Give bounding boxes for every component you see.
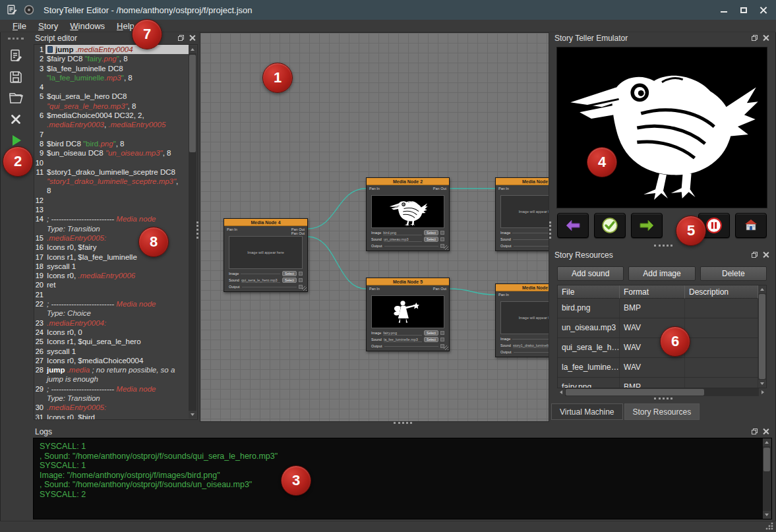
title-bar[interactable]: StoryTeller Editor - /home/anthony/ostpr… — [0, 0, 776, 20]
dock-float-button[interactable] — [751, 34, 758, 42]
code-line[interactable]: 7 — [34, 130, 197, 139]
script-editor[interactable]: 1jump .mediaEntry00042$fairy DC8 "fairy.… — [34, 44, 198, 420]
column-header-file[interactable]: File — [558, 285, 620, 299]
code-line[interactable]: 3$la_fee_luminelle DC8 — [34, 64, 197, 73]
code-line[interactable]: 15.mediaEntry0005: — [34, 233, 197, 243]
node-more-button[interactable] — [440, 331, 444, 335]
media-node[interactable]: Media Node 6Pan InPan OutImage will appe… — [495, 283, 549, 357]
dock-close-button[interactable] — [762, 428, 769, 435]
table-row[interactable]: fairy.pngBMP — [558, 378, 758, 388]
scroll-left-arrow[interactable] — [557, 388, 565, 396]
close-project-button[interactable] — [5, 109, 26, 129]
node-more-button[interactable] — [440, 338, 444, 341]
code-line[interactable]: 11$story1_drako_luminelle_sceptre DC8 — [34, 167, 197, 177]
save-button[interactable] — [5, 67, 26, 87]
resources-dock-title[interactable]: Story Resources — [551, 249, 773, 260]
code-line[interactable]: 24Icons r0, 0 — [34, 328, 197, 337]
node-resize-grip[interactable] — [444, 345, 448, 350]
node-canvas[interactable]: Media Node 4Pan InPan OutPan OutImage wi… — [200, 32, 549, 422]
code-line[interactable]: 8 — [34, 186, 197, 195]
node-select-button[interactable]: Select — [282, 278, 297, 283]
scroll-up-arrow[interactable] — [758, 285, 766, 293]
code-line[interactable]: 4 — [34, 82, 197, 92]
code-line[interactable]: .mediaEntry0003, .mediaEntry0005 — [34, 120, 197, 129]
splitter-handle-resources[interactable] — [654, 398, 672, 399]
code-line[interactable]: Type: Transition — [34, 224, 197, 233]
media-node[interactable]: Media Node 4Pan InPan OutPan OutImage wi… — [224, 218, 308, 292]
pan-in-pin[interactable]: Pan In — [498, 293, 509, 297]
node-more-button[interactable] — [299, 272, 303, 276]
column-header-format[interactable]: Format — [620, 285, 685, 299]
code-line[interactable]: 26syscall 1 — [34, 347, 197, 356]
table-scrollbar[interactable] — [758, 285, 766, 388]
dock-float-button[interactable] — [751, 428, 758, 435]
code-line[interactable]: "story1_drako_luminelle_sceptre.mp3", — [34, 177, 197, 186]
code-line[interactable]: 18syscall 1 — [34, 262, 197, 271]
scroll-right-arrow[interactable] — [759, 388, 767, 396]
node-select-button[interactable]: Select — [282, 271, 297, 276]
open-button[interactable] — [5, 88, 26, 108]
table-row[interactable]: un_oiseau.mp3WAV — [558, 318, 758, 338]
code-line[interactable]: 8$bird DC8 "bird.png", 8 — [34, 139, 197, 148]
dock-float-button[interactable] — [751, 251, 758, 258]
media-node[interactable]: Media Node 2Pan InPan Out Imagebird.pngS… — [366, 177, 450, 251]
emulator-home-button[interactable] — [735, 213, 767, 238]
code-line[interactable]: 21 — [34, 290, 197, 299]
pan-out-pin[interactable]: Pan Out — [291, 231, 305, 235]
node-select-button[interactable]: Select — [424, 237, 438, 242]
code-line[interactable]: "qui_sera_le_hero.mp3", 8 — [34, 102, 197, 111]
delete-button[interactable]: Delete — [700, 266, 767, 281]
column-header-description[interactable]: Description — [685, 285, 758, 299]
logs-scrollbar[interactable] — [763, 438, 771, 519]
toolbar-handle[interactable] — [8, 38, 24, 40]
resize-grip[interactable] — [765, 522, 773, 530]
add-sound-button[interactable]: Add sound — [557, 266, 624, 281]
table-row[interactable]: bird.pngBMP — [558, 299, 758, 318]
node-resize-grip[interactable] — [302, 286, 307, 291]
code-line[interactable]: 2$fairy DC8 "fairy.png", 8 — [34, 54, 197, 63]
add-image-button[interactable]: Add image — [628, 266, 695, 281]
editor-scrollbar-thumb[interactable] — [189, 55, 196, 152]
node-more-button[interactable] — [440, 231, 444, 235]
scroll-down-arrow[interactable] — [758, 380, 766, 388]
code-line[interactable]: 20ret — [34, 280, 197, 289]
tab-virtual-machine[interactable]: Virtual Machine — [551, 403, 623, 420]
pan-in-pin[interactable]: Pan In — [369, 187, 380, 191]
script-editor-dock-title[interactable]: Script editor — [32, 32, 199, 44]
node-select-button[interactable]: Select — [424, 230, 438, 235]
code-line[interactable]: 19Icons r0, .mediaEntry0006 — [34, 271, 197, 280]
code-line[interactable]: 16Icons r0, $fairy — [34, 243, 197, 252]
dock-float-button[interactable] — [177, 34, 185, 42]
splitter-handle-bottom[interactable] — [394, 422, 412, 424]
table-row[interactable]: la_fee_lumine…WAV — [558, 358, 758, 378]
minimize-button[interactable] — [714, 3, 734, 17]
node-resize-grip[interactable] — [444, 245, 448, 250]
table-scrollbar-thumb[interactable] — [759, 294, 765, 379]
scroll-up-arrow[interactable] — [763, 438, 771, 446]
maximize-button[interactable] — [734, 3, 754, 17]
media-node[interactable]: Media Node 3Pan InPan OutImage will appe… — [495, 177, 549, 251]
code-line[interactable]: 12 — [34, 196, 197, 205]
logs-scrollbar-thumb[interactable] — [763, 448, 770, 471]
code-line[interactable]: 27Icons r0, $mediaChoice0004 — [34, 356, 197, 365]
logs-output[interactable]: SYSCALL: 1, Sound: "/home/anthony/ostpro… — [33, 438, 772, 519]
code-line[interactable]: 23.mediaEntry0004: — [34, 318, 197, 328]
code-line[interactable]: jump is enough — [34, 374, 197, 384]
table-row[interactable]: qui_sera_le_h…WAV — [558, 338, 758, 358]
editor-scrollbar[interactable] — [189, 45, 196, 419]
node-select-button[interactable]: Select — [424, 337, 438, 342]
table-horizontal-scrollbar[interactable] — [557, 388, 767, 396]
code-line[interactable]: Type: Transition — [34, 394, 197, 403]
code-line[interactable]: 13 — [34, 205, 197, 214]
code-line[interactable]: 5$qui_sera_le_hero DC8 — [34, 92, 197, 101]
dock-close-button[interactable] — [762, 251, 769, 258]
scroll-up-arrow[interactable] — [189, 45, 196, 53]
node-more-button[interactable] — [440, 237, 444, 241]
emulator-dock-title[interactable]: Story Teller Emulator — [551, 32, 773, 44]
code-line[interactable]: "la_fee_luminelle.mp3", 8 — [34, 73, 197, 82]
code-line[interactable]: 29; ------------------------- Media node — [34, 384, 197, 394]
emulator-ok-button[interactable] — [594, 213, 626, 238]
code-line[interactable]: 25Icons r1, $qui_sera_le_hero — [34, 337, 197, 346]
code-line[interactable]: 14; ------------------------- Media node — [34, 214, 197, 223]
pan-out-pin[interactable]: Pan Out — [433, 187, 446, 191]
